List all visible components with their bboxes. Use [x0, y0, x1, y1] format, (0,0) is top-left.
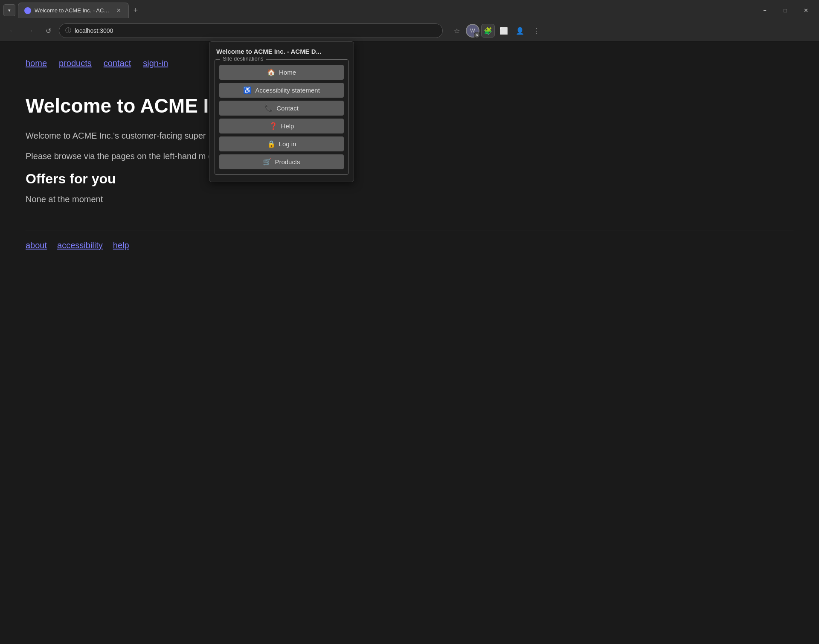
popup-help-button[interactable]: ❓ Help — [219, 119, 344, 133]
page-content: Welcome to ACME Inc. - ACME D... Site de… — [0, 41, 819, 621]
tab-close-button[interactable]: ✕ — [115, 7, 122, 15]
site-destinations-popup: Welcome to ACME Inc. - ACME D... Site de… — [209, 41, 354, 182]
back-button[interactable]: ← — [5, 23, 20, 38]
minimize-button[interactable]: − — [755, 3, 775, 17]
page-title: Welcome to ACME Inc — [26, 94, 793, 117]
popup-home-label: Home — [279, 69, 296, 76]
nav-actions: ☆ W 6 🧩 ⬜ 👤 ⋮ — [450, 23, 543, 38]
info-icon: ⓘ — [65, 27, 71, 35]
popup-accessibility-label: Accessibility statement — [255, 87, 320, 94]
nav-signin-link[interactable]: sign-in — [143, 58, 168, 68]
site-nav: home products contact sign-in — [26, 58, 793, 68]
footer-about-link[interactable]: about — [26, 241, 47, 250]
lock-icon: 🔒 — [267, 140, 276, 148]
popup-contact-button[interactable]: 📞 Contact — [219, 101, 344, 116]
forward-button[interactable]: → — [23, 23, 38, 38]
cart-icon: 🛒 — [263, 158, 271, 166]
address-bar[interactable]: ⓘ localhost:3000 — [59, 23, 443, 38]
popup-help-label: Help — [281, 122, 294, 130]
new-tab-button[interactable]: + — [129, 3, 142, 17]
nav-contact-link[interactable]: contact — [104, 58, 131, 68]
nav-products-link[interactable]: products — [59, 58, 92, 68]
extensions-button[interactable]: 🧩 — [481, 24, 495, 38]
popup-login-label: Log in — [279, 140, 296, 148]
title-bar: ▾ Welcome to ACME Inc. - ACME ✕ + − □ ✕ — [0, 0, 819, 20]
accessibility-icon: ♿ — [243, 86, 252, 94]
profile-button[interactable]: 👤 — [513, 23, 527, 38]
browser-chrome: ▾ Welcome to ACME Inc. - ACME ✕ + − □ ✕ … — [0, 0, 819, 41]
popup-accessibility-button[interactable]: ♿ Accessibility statement — [219, 83, 344, 98]
footer-accessibility-link[interactable]: accessibility — [57, 241, 103, 250]
avatar-badge: 6 — [474, 32, 480, 38]
popup-overlay: Welcome to ACME Inc. - ACME D... Site de… — [209, 41, 354, 182]
intro-text-2-content: Please browse via the pages on the left-… — [26, 151, 206, 161]
tab-title: Welcome to ACME Inc. - ACME — [35, 7, 111, 14]
intro-text-2: Please browse via the pages on the left-… — [26, 150, 793, 162]
offers-text: None at the moment — [26, 194, 793, 204]
reload-button[interactable]: ↺ — [41, 23, 55, 38]
window-controls: − □ ✕ — [755, 3, 816, 17]
popup-section: Site destinations 🏠 Home ♿ Accessibility… — [215, 59, 349, 175]
popup-contact-label: Contact — [276, 104, 299, 112]
contact-icon: 📞 — [264, 104, 273, 112]
popup-home-button[interactable]: 🏠 Home — [219, 65, 344, 80]
help-icon: ❓ — [269, 122, 278, 130]
popup-section-label: Site destinations — [220, 55, 266, 62]
url-text: localhost:3000 — [75, 27, 436, 34]
active-tab[interactable]: Welcome to ACME Inc. - ACME ✕ — [18, 3, 129, 18]
footer-help-link[interactable]: help — [113, 241, 129, 250]
popup-login-button[interactable]: 🔒 Log in — [219, 136, 344, 151]
intro-text-1: Welcome to ACME Inc.'s customer-facing s… — [26, 129, 793, 142]
popup-products-button[interactable]: 🛒 Products — [219, 154, 344, 169]
nav-bar: ← → ↺ ⓘ localhost:3000 ☆ W 6 🧩 ⬜ 👤 ⋮ — [0, 20, 819, 41]
window-dropdown[interactable]: ▾ — [3, 4, 15, 16]
profile-avatar[interactable]: W 6 — [466, 24, 479, 38]
offers-title: Offers for you — [26, 171, 793, 187]
maximize-button[interactable]: □ — [775, 3, 795, 17]
star-button[interactable]: ☆ — [450, 23, 464, 38]
nav-home-link[interactable]: home — [26, 58, 47, 68]
footer-divider — [26, 230, 793, 230]
nav-divider — [26, 77, 793, 77]
sidebar-button[interactable]: ⬜ — [497, 23, 511, 38]
site-footer: about accessibility help — [26, 241, 793, 250]
tab-favicon — [24, 7, 31, 14]
popup-products-label: Products — [275, 158, 300, 165]
menu-button[interactable]: ⋮ — [529, 23, 543, 38]
tab-bar: Welcome to ACME Inc. - ACME ✕ + — [18, 3, 752, 18]
home-icon: 🏠 — [267, 68, 276, 76]
close-button[interactable]: ✕ — [796, 3, 816, 17]
